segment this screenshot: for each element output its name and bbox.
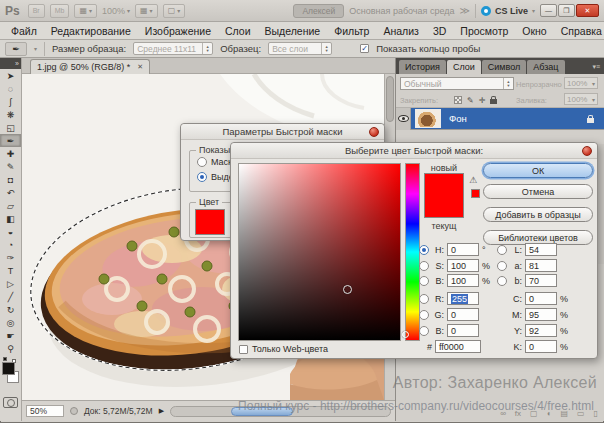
- tab-close-icon[interactable]: ✕: [137, 63, 143, 71]
- cyan-field[interactable]: 0: [525, 292, 557, 305]
- menu-item-layers[interactable]: Слои: [218, 25, 258, 37]
- probe-ring-checkbox[interactable]: ✓: [360, 44, 369, 53]
- path-selection-tool[interactable]: ▷: [0, 277, 21, 290]
- eyedropper-preset-icon[interactable]: ✒: [5, 42, 27, 56]
- gamut-warning-icon[interactable]: ⚠: [469, 175, 477, 185]
- red-radio[interactable]: [419, 294, 429, 304]
- saturation-brightness-field[interactable]: [238, 163, 401, 341]
- close-icon[interactable]: [369, 127, 379, 137]
- spot-healing-brush-tool[interactable]: ✚: [0, 147, 21, 160]
- web-colors-option[interactable]: Только Web-цвета: [239, 344, 328, 354]
- rotate-3d-tool[interactable]: ↻: [0, 303, 21, 316]
- quick-mask-mode-button[interactable]: [3, 397, 18, 408]
- black-field[interactable]: 0: [525, 340, 557, 353]
- color-field-marker[interactable]: [343, 285, 352, 294]
- magenta-field[interactable]: 95: [525, 308, 557, 321]
- dodge-tool[interactable]: ◔: [0, 238, 21, 251]
- screen-mode-button[interactable]: ▢ ▾: [163, 4, 186, 18]
- menu-item-help[interactable]: Справка: [554, 25, 604, 37]
- menu-item-filter[interactable]: Фильтр: [327, 25, 376, 37]
- dialog-title-bar[interactable]: Выберите цвет Быстрой маски:: [231, 143, 597, 159]
- menu-item-image[interactable]: Изображение: [138, 25, 218, 37]
- green-field[interactable]: 0: [447, 308, 479, 321]
- hex-field[interactable]: ff0000: [435, 340, 481, 353]
- layers-scrollbar[interactable]: [597, 144, 604, 264]
- brush-tool[interactable]: ✎: [0, 160, 21, 173]
- add-to-swatches-button[interactable]: Добавить в образцы: [483, 207, 593, 222]
- clone-stamp-tool[interactable]: ◘: [0, 173, 21, 186]
- close-button[interactable]: ✕: [576, 4, 599, 17]
- default-colors-icon[interactable]: [3, 357, 7, 361]
- zoom-percent-field[interactable]: 50%: [26, 405, 64, 417]
- lasso-tool[interactable]: ʃ: [0, 95, 21, 108]
- cancel-button[interactable]: Отмена: [483, 184, 593, 199]
- cs-live-button[interactable]: CS Live ▾: [481, 6, 535, 16]
- radio-icon[interactable]: [197, 157, 207, 167]
- hand-tool[interactable]: ☛: [0, 329, 21, 342]
- quick-selection-tool[interactable]: ❋: [0, 108, 21, 121]
- saturation-radio[interactable]: [419, 261, 429, 271]
- user-button[interactable]: Алексей: [293, 4, 344, 18]
- sample-dropdown[interactable]: Все слои ▴▾: [268, 42, 332, 55]
- pen-tool[interactable]: ✑: [0, 251, 21, 264]
- b-field[interactable]: 70: [525, 274, 557, 287]
- a-field[interactable]: 81: [525, 259, 557, 272]
- blue-field[interactable]: 0: [447, 324, 479, 337]
- sample-size-dropdown[interactable]: Среднее 11x11 ▴▾: [133, 42, 213, 55]
- layer-row-background[interactable]: Фон: [396, 108, 604, 130]
- green-radio[interactable]: [419, 310, 429, 320]
- delete-layer-icon[interactable]: ▯: [594, 409, 598, 418]
- brightness-radio[interactable]: [419, 276, 429, 286]
- chevron-down-icon[interactable]: ▾: [34, 45, 37, 52]
- blend-mode-dropdown[interactable]: Обычный ▴▾: [400, 77, 514, 90]
- hue-slider[interactable]: [405, 163, 420, 341]
- menu-item-select[interactable]: Выделение: [258, 25, 328, 37]
- lightness-radio[interactable]: [497, 245, 507, 255]
- foreground-color-swatch[interactable]: [2, 362, 15, 375]
- gradient-tool[interactable]: ◧: [0, 212, 21, 225]
- opacity-field[interactable]: 100% ▾: [564, 77, 598, 89]
- bridge-button[interactable]: Br: [28, 4, 45, 18]
- hue-slider-marker[interactable]: [402, 331, 409, 338]
- web-colors-checkbox[interactable]: [239, 345, 248, 354]
- red-field[interactable]: 255: [447, 292, 479, 305]
- lock-transparency-icon[interactable]: [454, 96, 462, 104]
- lock-all-icon[interactable]: [490, 99, 497, 104]
- minimize-button[interactable]: —: [540, 4, 557, 17]
- menu-item-file[interactable]: Файл: [4, 25, 44, 37]
- status-popup-arrow-icon[interactable]: ▶: [159, 407, 164, 415]
- elliptical-marquee-tool[interactable]: ◌: [0, 82, 21, 95]
- layer-visibility-cell[interactable]: [396, 108, 411, 130]
- menu-item-window[interactable]: Окно: [515, 25, 553, 37]
- move-tool[interactable]: ➤: [0, 69, 21, 82]
- close-icon[interactable]: [582, 146, 592, 156]
- saturation-field[interactable]: 100: [447, 259, 479, 272]
- a-radio[interactable]: [497, 261, 507, 271]
- ok-button[interactable]: ОК: [483, 163, 593, 178]
- crop-tool[interactable]: ◱: [0, 121, 21, 134]
- tab-layers[interactable]: Слои: [447, 60, 481, 74]
- vertical-scrollbar-thumb[interactable]: [386, 76, 394, 122]
- mask-color-swatch[interactable]: [195, 209, 225, 235]
- zoom-level-control[interactable]: 100% ▾: [102, 6, 130, 16]
- document-tab[interactable]: 1.jpg @ 50% (RGB/8) * ✕: [30, 59, 150, 74]
- view-extras-button[interactable]: ▦ ▾: [74, 4, 97, 18]
- lock-move-icon[interactable]: ✛: [479, 96, 486, 105]
- orbit-3d-tool[interactable]: ◎: [0, 316, 21, 329]
- lightness-field[interactable]: 54: [525, 243, 557, 256]
- tab-paragraph[interactable]: Абзац: [527, 60, 564, 74]
- brightness-field[interactable]: 100: [447, 274, 479, 287]
- menu-item-3d[interactable]: 3D: [426, 25, 453, 37]
- menu-item-view[interactable]: Просмотр: [453, 25, 515, 37]
- type-tool[interactable]: T: [0, 264, 21, 277]
- b-radio[interactable]: [497, 276, 507, 286]
- hue-field[interactable]: 0: [447, 243, 479, 256]
- panel-menu-icon[interactable]: ▾≡: [592, 63, 602, 74]
- workspace-overflow-icon[interactable]: ≫: [460, 5, 470, 16]
- arrange-documents-button[interactable]: ▦ ▾: [135, 4, 158, 18]
- history-brush-tool[interactable]: ↶: [0, 186, 21, 199]
- layer-thumbnail[interactable]: [415, 109, 441, 128]
- tab-history[interactable]: История: [399, 60, 446, 74]
- blur-tool[interactable]: ◒: [0, 225, 21, 238]
- hue-radio[interactable]: [419, 245, 429, 255]
